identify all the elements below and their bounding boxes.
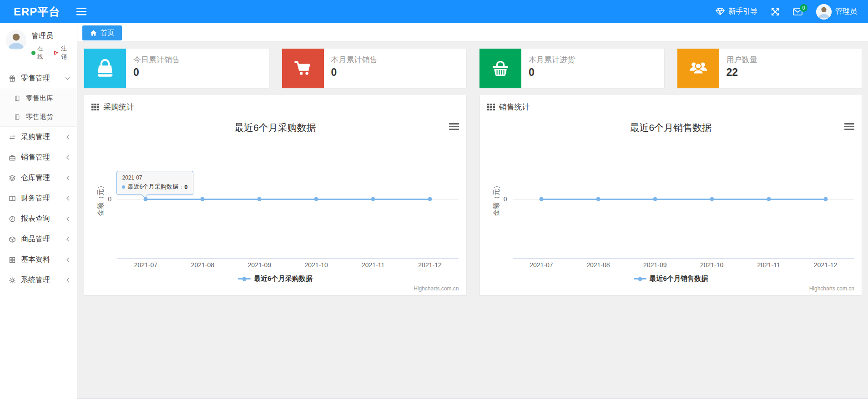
data-point-marker[interactable]	[710, 197, 714, 201]
sales-stats-panel: 销售统计 最近6个月销售数据 金额（元） 0 2021-072021-08202…	[480, 95, 862, 295]
data-point-marker[interactable]	[314, 197, 318, 201]
shopping-bag-icon	[84, 49, 126, 88]
chevron-left-icon	[66, 175, 70, 180]
message-count-badge: 0	[800, 4, 807, 12]
highcharts-watermark: Highcharts.com.cn	[809, 285, 854, 292]
purchase-chart: 最近6个月采购数据 金额（元） 0 2021-07 最近6个月采购数据	[84, 116, 466, 294]
sign-out-icon	[54, 50, 59, 55]
sidebar-item-warehouse[interactable]: 仓库管理	[0, 168, 77, 188]
x-axis-tick-label: 2021-09	[248, 261, 271, 269]
hamburger-icon	[76, 8, 86, 15]
stat-card-value: 0	[331, 66, 378, 79]
app-logo: ERP平台	[14, 5, 60, 19]
guide-link[interactable]: 新手引导	[716, 7, 757, 16]
grid-icon	[8, 256, 16, 264]
username-label: 管理员	[835, 7, 857, 16]
stat-card-value: 0	[133, 66, 180, 79]
user-menu[interactable]: 管理员	[816, 4, 857, 20]
data-point-marker[interactable]	[653, 197, 657, 201]
plot-area: 2021-072021-082021-092021-102021-112021-…	[513, 116, 854, 259]
x-axis-tick-label: 2021-10	[700, 261, 723, 269]
data-point-marker[interactable]	[201, 197, 205, 201]
series-line	[541, 199, 826, 200]
sidebar-item-label: 系统管理	[21, 275, 50, 285]
legend-item[interactable]: 最近6个月销售数据	[480, 274, 862, 283]
briefcase-icon	[8, 154, 16, 161]
sidebar-item-label: 销售管理	[21, 153, 50, 162]
sidebar-user-panel: 管理员 在线 注销	[0, 23, 77, 65]
th-grid-icon	[91, 104, 99, 110]
sidebar-toggle-button[interactable]	[76, 8, 86, 15]
x-axis-tick-label: 2021-11	[362, 261, 384, 269]
sidebar-item-retail-return[interactable]: 零售退货	[0, 108, 77, 126]
sidebar-item-label: 零售管理	[21, 74, 50, 83]
gift-icon	[8, 75, 16, 82]
layers-icon	[8, 175, 16, 182]
data-point-marker[interactable]	[428, 197, 432, 201]
th-grid-icon	[487, 104, 495, 110]
legend-item[interactable]: 最近6个月采购数据	[84, 274, 466, 283]
stat-card-month-purchase: 本月累计进货 0	[479, 49, 664, 88]
plot-area: 2021-07 最近6个月采购数据: 0 2021-072021-082021-…	[117, 116, 459, 259]
logout-link[interactable]: 注销	[54, 45, 72, 61]
chevron-left-icon	[66, 196, 70, 201]
chevron-down-icon	[65, 76, 70, 80]
sidebar-item-finance[interactable]: 财务管理	[0, 188, 77, 209]
stat-card-label: 用户数量	[727, 55, 757, 65]
tooltip-date: 2021-07	[122, 175, 187, 181]
tooltip-value: 0	[184, 184, 187, 190]
chevron-left-icon	[66, 278, 70, 283]
x-axis-tick-label: 2021-11	[757, 261, 780, 269]
logout-label: 注销	[61, 45, 72, 61]
x-axis-tick-label: 2021-07	[530, 261, 553, 269]
sidebar-item-label: 零售退货	[26, 113, 53, 121]
sidebar-item-retail-outbound[interactable]: 零售出库	[0, 89, 77, 108]
sidebar-item-label: 基本资料	[21, 255, 50, 264]
gear-icon	[8, 277, 16, 284]
sidebar-item-products[interactable]: 商品管理	[0, 229, 77, 249]
x-axis-tick-label: 2021-10	[305, 261, 328, 269]
data-point-marker[interactable]	[823, 197, 828, 201]
tab-home[interactable]: 首页	[82, 25, 122, 40]
stat-card-value: 0	[529, 66, 575, 79]
sidebar-item-purchase[interactable]: 采购管理	[0, 127, 77, 147]
stat-card-label: 本月累计进货	[529, 55, 575, 65]
sales-chart: 最近6个月销售数据 金额（元） 0 2021-072021-082021-092…	[480, 116, 862, 294]
user-name: 管理员	[31, 31, 72, 41]
sidebar-menu: 零售管理 零售出库	[0, 68, 77, 290]
legend-line-marker-icon	[238, 278, 251, 279]
stat-card-value: 22	[727, 66, 757, 79]
chart-tooltip: 2021-07 最近6个月采购数据: 0	[116, 171, 193, 195]
stat-card-today-sales: 今日累计销售 0	[84, 49, 269, 88]
y-axis-title: 金额（元）	[96, 182, 105, 216]
sidebar-item-retail[interactable]: 零售管理	[0, 68, 77, 89]
fullscreen-button[interactable]	[771, 8, 779, 16]
data-point-marker[interactable]	[371, 197, 375, 201]
sidebar-item-sales[interactable]: 销售管理	[0, 147, 77, 168]
fullscreen-icon	[771, 8, 779, 16]
book-icon	[8, 195, 16, 202]
data-point-marker[interactable]	[596, 197, 600, 201]
sidebar-item-reports[interactable]: 报表查询	[0, 209, 77, 229]
messages-button[interactable]: 0	[793, 8, 802, 15]
stat-card-user-count: 用户数量 22	[677, 49, 862, 88]
x-axis-tick-label: 2021-12	[418, 261, 441, 269]
clock-icon	[8, 215, 16, 223]
sidebar-item-basic-data[interactable]: 基本资料	[0, 249, 77, 270]
chevron-left-icon	[66, 237, 70, 242]
x-axis-line	[117, 258, 459, 259]
sidebar-item-label: 报表查询	[21, 214, 50, 224]
chevron-left-icon	[66, 216, 70, 221]
data-point-marker[interactable]	[257, 197, 262, 201]
top-navbar: ERP平台 新手引导	[0, 0, 868, 23]
data-point-marker[interactable]	[539, 197, 543, 201]
tab-home-label: 首页	[101, 29, 114, 37]
guide-label: 新手引导	[728, 7, 757, 16]
stat-card-label: 今日累计销售	[133, 55, 180, 65]
series-dot-icon	[122, 185, 125, 189]
sidebar-item-label: 商品管理	[21, 234, 50, 244]
series-line	[146, 199, 430, 200]
x-axis-tick-label: 2021-09	[643, 261, 666, 269]
sidebar-item-system[interactable]: 系统管理	[0, 270, 77, 290]
data-point-marker[interactable]	[767, 197, 771, 201]
